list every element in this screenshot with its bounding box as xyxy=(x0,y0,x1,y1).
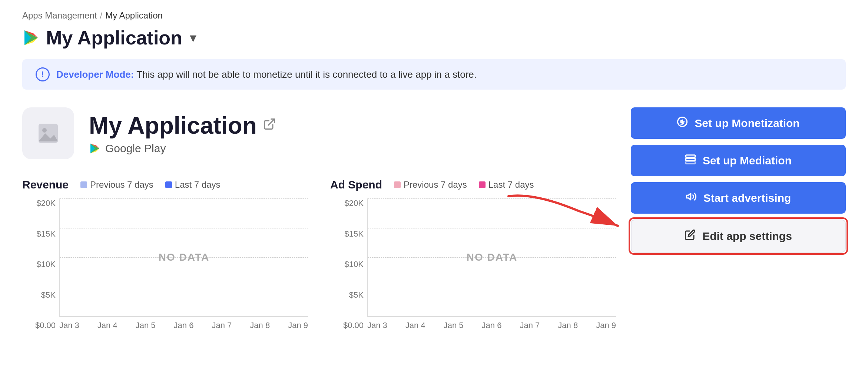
breadcrumb-separator: / xyxy=(100,10,102,21)
page-wrapper: Apps Management / My Application My Appl… xyxy=(0,0,868,345)
revenue-y-20k: $20K xyxy=(26,198,56,208)
rev-x-jan4: Jan 4 xyxy=(97,321,117,330)
ad-spend-prev-label: Previous 7 days xyxy=(404,180,467,190)
adspend-x-labels: Jan 3 Jan 4 Jan 5 Jan 6 Jan 7 Jan 8 Jan … xyxy=(367,317,616,330)
banner-info-icon: ! xyxy=(36,67,50,81)
adspend-x-jan4: Jan 4 xyxy=(405,321,425,330)
adspend-y-10k: $10K xyxy=(334,260,364,269)
revenue-chart: Revenue Previous 7 days Last 7 days $20K xyxy=(22,178,308,330)
gridline-2 xyxy=(60,228,308,228)
external-link-icon[interactable] xyxy=(263,117,276,134)
adspend-x-jan3: Jan 3 xyxy=(367,321,387,330)
revenue-chart-title: Revenue xyxy=(22,178,69,191)
revenue-y-5k: $5K xyxy=(26,290,56,300)
charts-section: Revenue Previous 7 days Last 7 days $20K xyxy=(22,178,616,330)
ad-spend-prev-dot xyxy=(394,181,401,188)
advertising-label: Start advertising xyxy=(703,192,791,204)
app-store-row: Google Play xyxy=(89,142,276,155)
app-full-name: My Application xyxy=(89,112,276,139)
left-section: My Application xyxy=(22,107,616,330)
app-name-heading: My Application xyxy=(46,27,182,49)
revenue-prev-label: Previous 7 days xyxy=(90,180,153,190)
svg-point-5 xyxy=(42,128,47,133)
edit-settings-icon xyxy=(685,229,696,243)
adspend-y-20k: $20K xyxy=(334,198,364,208)
right-section: Set up Monetization Set up Mediation xyxy=(631,107,846,253)
right-buttons-wrapper: Set up Monetization Set up Mediation xyxy=(631,107,846,253)
google-play-icon xyxy=(22,29,40,47)
google-play-small-icon xyxy=(89,143,101,154)
start-advertising-button[interactable]: Start advertising xyxy=(631,182,846,214)
revenue-chart-area: NO DATA xyxy=(59,198,308,317)
revenue-y-0: $0.00 xyxy=(26,321,56,330)
rev-x-jan7: Jan 7 xyxy=(212,321,232,330)
breadcrumb: Apps Management / My Application xyxy=(22,10,846,21)
ad-spend-chart-area: NO DATA xyxy=(367,198,616,317)
ad-spend-chart: Ad Spend Previous 7 days Last 7 days $20… xyxy=(330,178,616,330)
revenue-x-labels: Jan 3 Jan 4 Jan 5 Jan 6 Jan 7 Jan 8 Jan … xyxy=(59,317,308,330)
ad-spend-last-dot xyxy=(479,181,486,188)
developer-mode-banner: ! Developer Mode: This app will not be a… xyxy=(22,59,846,90)
ad-spend-chart-header: Ad Spend Previous 7 days Last 7 days xyxy=(330,178,616,191)
gridline-4 xyxy=(60,287,308,287)
set-up-monetization-button[interactable]: Set up Monetization xyxy=(631,107,846,139)
adspend-x-jan8: Jan 8 xyxy=(558,321,578,330)
app-store-name: Google Play xyxy=(105,142,166,155)
rev-x-jan9: Jan 9 xyxy=(288,321,308,330)
revenue-no-data: NO DATA xyxy=(159,251,209,263)
adspend-gridline-4 xyxy=(368,287,616,287)
edit-app-settings-button[interactable]: Edit app settings xyxy=(631,220,846,253)
set-up-mediation-button[interactable]: Set up Mediation xyxy=(631,145,846,176)
svg-rect-17 xyxy=(686,161,695,164)
revenue-legend-prev: Previous 7 days xyxy=(80,180,153,190)
image-placeholder-icon xyxy=(37,122,59,144)
svg-rect-16 xyxy=(686,158,695,161)
ad-spend-legend-prev: Previous 7 days xyxy=(394,180,467,190)
app-card: My Application xyxy=(22,107,616,159)
main-content: My Application xyxy=(22,107,846,330)
breadcrumb-current: My Application xyxy=(105,10,163,21)
adspend-x-jan6: Jan 6 xyxy=(482,321,502,330)
adspend-y-5k: $5K xyxy=(334,290,364,300)
revenue-chart-header: Revenue Previous 7 days Last 7 days xyxy=(22,178,308,191)
svg-marker-18 xyxy=(686,193,690,200)
monetization-icon xyxy=(677,116,688,130)
edit-settings-wrapper: Edit app settings xyxy=(631,220,846,253)
revenue-y-10k: $10K xyxy=(26,260,56,269)
svg-rect-15 xyxy=(686,155,695,157)
advertising-icon xyxy=(686,191,697,205)
revenue-legend-last: Last 7 days xyxy=(165,180,221,190)
adspend-x-jan9: Jan 9 xyxy=(596,321,616,330)
ad-spend-chart-title: Ad Spend xyxy=(330,178,382,191)
rev-x-jan8: Jan 8 xyxy=(250,321,270,330)
app-info: My Application xyxy=(89,112,276,155)
revenue-last-label: Last 7 days xyxy=(175,180,221,190)
banner-text: Developer Mode: This app will not be abl… xyxy=(56,69,477,80)
adspend-y-0: $0.00 xyxy=(334,321,364,330)
banner-label: Developer Mode: xyxy=(56,69,134,80)
app-title-row: My Application ▾ xyxy=(22,27,846,49)
gridline-1 xyxy=(60,198,308,199)
breadcrumb-parent[interactable]: Apps Management xyxy=(22,10,97,21)
revenue-y-labels: $20K $15K $10K $5K $0.00 xyxy=(26,198,56,330)
revenue-last-dot xyxy=(165,181,172,188)
edit-settings-label: Edit app settings xyxy=(702,230,792,243)
adspend-gridline-2 xyxy=(368,228,616,228)
rev-x-jan3: Jan 3 xyxy=(59,321,79,330)
adspend-x-jan5: Jan 5 xyxy=(444,321,464,330)
mediation-icon xyxy=(685,154,696,167)
revenue-prev-dot xyxy=(80,181,87,188)
adspend-gridline-1 xyxy=(368,198,616,199)
ad-spend-no-data: NO DATA xyxy=(467,251,517,263)
app-icon-placeholder xyxy=(22,107,74,159)
revenue-y-15k: $15K xyxy=(26,229,56,239)
rev-x-jan5: Jan 5 xyxy=(136,321,156,330)
svg-line-7 xyxy=(268,119,275,125)
ad-spend-last-label: Last 7 days xyxy=(488,180,534,190)
monetization-label: Set up Monetization xyxy=(695,117,799,130)
rev-x-jan6: Jan 6 xyxy=(174,321,194,330)
app-name-dropdown[interactable]: ▾ xyxy=(190,30,196,46)
ad-spend-legend-last: Last 7 days xyxy=(479,180,534,190)
adspend-y-labels: $20K $15K $10K $5K $0.00 xyxy=(334,198,364,330)
adspend-x-jan7: Jan 7 xyxy=(520,321,540,330)
